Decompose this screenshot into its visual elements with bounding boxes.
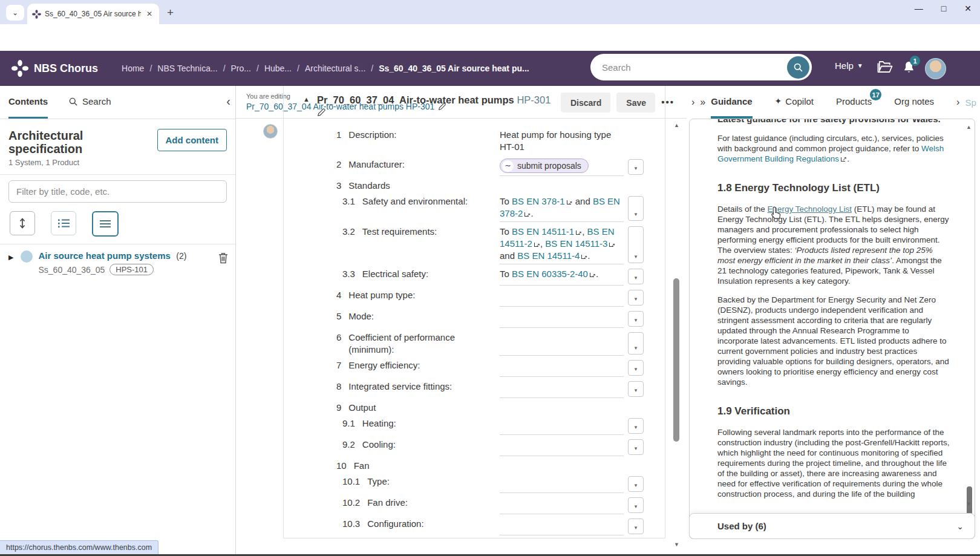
nbs-chorus-logo[interactable]: NBS Chorus [11,59,98,77]
breadcrumb-item[interactable]: Hube... [264,64,292,73]
scroll-down-arrow[interactable]: ▼ [674,541,679,548]
clause-value[interactable] [500,289,624,307]
clause-value[interactable] [500,518,624,535]
tab-guidance[interactable]: Guidance [711,86,752,119]
tree-item-code: Ss_60_40_36_05 [38,265,105,275]
tab-search-button[interactable]: ⌄ [6,5,24,21]
spec-subtitle: 1 System, 1 Product [8,158,157,167]
clause-value[interactable] [500,476,624,493]
save-button[interactable]: Save [617,93,655,113]
chevron-down-icon: ▾ [635,482,638,488]
clause-dropdown-button[interactable]: ▾ [628,332,644,355]
clause-dropdown-button[interactable]: ▾ [628,290,644,306]
submit-proposals-pill[interactable]: ∼submit proposals [500,159,589,173]
expand-collapse-button[interactable] [10,211,35,235]
inline-link[interactable]: BS EN 378-1 [512,196,565,206]
notifications-bell[interactable]: 1 [902,60,916,77]
clause-row: 3.2Test requirements:To BS EN 14511-1, B… [336,224,656,266]
bulleted-list-icon [58,218,70,228]
clause-value[interactable]: To BS EN 60335-2-40. [500,268,624,286]
pencil-icon[interactable] [317,108,325,117]
add-content-button[interactable]: Add content [157,129,227,151]
breadcrumb-item[interactable]: Ss_60_40_36_05 Air source heat pu... [379,64,529,73]
clause-dropdown-button[interactable]: ▾ [628,418,644,434]
window-maximize-button[interactable]: □ [941,4,946,13]
delete-system-button[interactable] [218,252,228,266]
discard-button[interactable]: Discard [561,93,610,113]
collapse-sidebar-icon[interactable]: ‹ [226,94,230,108]
inline-link[interactable]: BS EN 60335-2-40 [512,269,588,279]
chevron-down-icon: ▾ [635,253,638,260]
clause-dropdown-button[interactable]: ▾ [628,159,644,175]
filter-input[interactable] [8,180,227,203]
breadcrumb-item[interactable]: Home [122,64,144,73]
clause-dropdown-button[interactable]: ▾ [628,497,644,513]
browser-tab-strip: ⌄ Ss_60_40_36_05 Air source heat ✕ + — □… [0,0,980,24]
clause-value[interactable] [500,381,624,398]
clause-dropdown-button[interactable]: ▾ [628,196,644,221]
clause-value[interactable] [500,417,624,435]
clause-value[interactable]: Heat pump for housing type HT-01 [500,129,624,155]
tab-label: Products [836,96,872,106]
expand-panel-icon[interactable]: » [700,97,705,108]
tab-search[interactable]: Search [68,86,111,119]
tree-item-count: (2) [176,251,186,261]
inline-link[interactable]: BS EN 14511-3 [545,238,607,249]
breadcrumb-item[interactable]: NBS Technica... [157,64,217,73]
clause-dropdown-button[interactable]: ▾ [628,311,644,327]
tree-item-air-source-heat-pump-systems[interactable]: ▶ Air source heat pump systems (2) Ss_60… [8,250,228,275]
clause-dropdown-button[interactable]: ▾ [628,360,644,376]
scroll-up-arrow[interactable]: ▲ [966,124,972,130]
browser-tab[interactable]: Ss_60_40_36_05 Air source heat ✕ [27,4,159,24]
inline-link[interactable]: BS EN 14511-4 [517,250,580,261]
tab-products[interactable]: Products17 [836,86,872,119]
chevron-down-icon: ▾ [635,525,638,531]
tab-close-icon[interactable]: ✕ [145,10,154,18]
search-icon [68,97,78,106]
clause-value[interactable] [500,497,624,514]
guidance-content: Latest guidance for fire safety provisio… [690,119,975,538]
clause-value[interactable]: To BS EN 14511-1, BS EN 14511-2, BS EN 1… [500,226,624,264]
inline-link[interactable]: BS EN 14511-1 [512,226,574,237]
clause-label: Output [348,402,376,414]
breadcrumb-item[interactable]: Architectural s... [305,64,365,73]
expand-triangle-icon[interactable]: ▶ [8,253,13,261]
clause-dropdown-button[interactable]: ▾ [628,439,644,455]
clause-dropdown-button[interactable]: ▾ [628,381,644,397]
collapse-triangle-icon[interactable]: ▲ [303,96,310,103]
window-close-button[interactable]: ✕ [964,4,972,13]
search-button[interactable] [787,56,809,79]
clause-value[interactable]: To BS EN 378-1 and BS EN 378-2. [500,195,624,222]
breadcrumb-item[interactable]: Pro... [231,64,251,73]
scroll-up-arrow[interactable]: ▲ [674,122,679,128]
global-search[interactable] [590,54,812,80]
files-folder-icon[interactable] [877,60,893,74]
clause-label-col: 6Coefficient of performance (minimum): [336,332,500,356]
clause-dropdown-button[interactable]: ▾ [628,226,644,263]
window-minimize-button[interactable]: — [915,4,923,13]
editor-scrollbar[interactable] [673,278,679,442]
user-avatar[interactable] [925,58,946,79]
help-menu[interactable]: Help ▼ [835,61,863,71]
clause-value[interactable]: ∼submit proposals [500,159,624,176]
tab-org-notes[interactable]: Org notes [894,86,934,119]
search-input[interactable] [601,62,787,73]
scroll-down-arrow[interactable]: ▼ [966,501,972,507]
compact-list-view-button[interactable] [92,211,119,237]
clause-value[interactable] [500,310,624,328]
tabs-overflow-icon[interactable]: › [956,97,959,108]
clause-value[interactable] [500,332,624,356]
collapse-panel-icon[interactable]: › [691,97,694,108]
tree-item-title[interactable]: Air source heat pump systems [38,250,170,261]
tab-copilot[interactable]: ✦Copilot [775,86,814,119]
clause-value[interactable] [500,439,624,456]
clause-value[interactable] [500,359,624,377]
clause-dropdown-button[interactable]: ▾ [628,269,644,284]
tab-contents[interactable]: Contents [8,86,48,119]
clause-dropdown-button[interactable]: ▾ [628,476,644,492]
new-tab-button[interactable]: + [167,6,174,19]
detailed-list-view-button[interactable] [51,211,76,235]
used-by-section[interactable]: Used by (6) ⌄ [689,513,975,539]
clause-dropdown-button[interactable]: ▾ [628,518,644,534]
clause-label-col: 3.3Electrical safety: [336,268,500,286]
